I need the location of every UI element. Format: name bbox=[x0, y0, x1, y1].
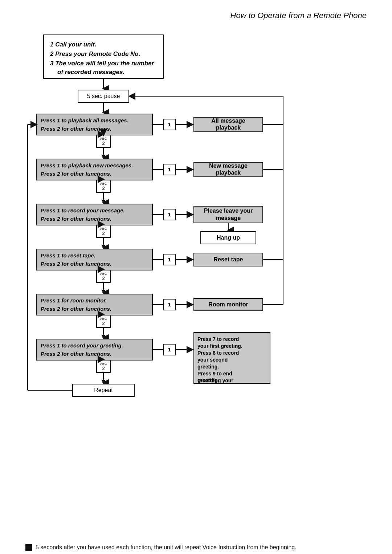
svg-text:playback: playback bbox=[216, 170, 241, 176]
svg-text:Press 7 to record: Press 7 to record bbox=[197, 336, 239, 342]
svg-text:All message: All message bbox=[211, 118, 245, 124]
svg-text:greeting.: greeting. bbox=[197, 364, 219, 370]
svg-text:Press 9 to end: Press 9 to end bbox=[197, 371, 232, 376]
svg-text:Press 8 to record: Press 8 to record bbox=[197, 350, 239, 356]
page-title: How to Operate from a Remote Phone bbox=[15, 11, 367, 20]
svg-text:Press 1 to record your message: Press 1 to record your message. bbox=[41, 207, 125, 213]
svg-text:1: 1 bbox=[168, 211, 171, 217]
svg-text:Press 1 to playback all messag: Press 1 to playback all messages. bbox=[41, 117, 128, 123]
svg-text:2: 2 bbox=[102, 366, 105, 371]
svg-text:1  Call your unit.: 1 Call your unit. bbox=[50, 41, 97, 48]
svg-text:1: 1 bbox=[168, 346, 171, 353]
svg-text:of recorded messages.: of recorded messages. bbox=[57, 69, 124, 76]
note-section: 5 seconds after you have used each funct… bbox=[22, 543, 370, 552]
svg-text:ABC: ABC bbox=[100, 182, 107, 186]
svg-text:Press 1 to reset tape.: Press 1 to reset tape. bbox=[41, 252, 95, 258]
svg-text:Room monitor: Room monitor bbox=[208, 301, 248, 307]
svg-text:Press 2 for other functions.: Press 2 for other functions. bbox=[41, 351, 111, 357]
note-bullet bbox=[25, 544, 32, 551]
svg-text:Press 2 for other functions.: Press 2 for other functions. bbox=[41, 171, 111, 177]
svg-text:Hang up: Hang up bbox=[217, 235, 240, 241]
svg-text:ABC: ABC bbox=[100, 227, 107, 231]
svg-text:your second: your second bbox=[197, 357, 228, 363]
svg-text:Press 2 for other functions.: Press 2 for other functions. bbox=[41, 306, 111, 312]
svg-text:1: 1 bbox=[168, 256, 171, 262]
svg-text:2  Press your Remote Code No.: 2 Press your Remote Code No. bbox=[50, 50, 140, 57]
svg-text:Press 1 for room monitor.: Press 1 for room monitor. bbox=[41, 297, 107, 304]
svg-text:ABC: ABC bbox=[100, 272, 107, 276]
svg-text:greeting.: greeting. bbox=[197, 377, 219, 383]
svg-text:2: 2 bbox=[102, 186, 105, 191]
svg-text:2: 2 bbox=[102, 321, 105, 326]
svg-text:2: 2 bbox=[102, 231, 105, 236]
svg-text:2: 2 bbox=[102, 140, 105, 146]
svg-marker-120 bbox=[130, 94, 133, 98]
svg-text:Repeat: Repeat bbox=[94, 387, 113, 393]
svg-text:ABC: ABC bbox=[100, 137, 107, 140]
svg-text:2: 2 bbox=[102, 276, 105, 281]
svg-text:ABC: ABC bbox=[100, 317, 107, 321]
svg-text:1: 1 bbox=[168, 301, 171, 307]
svg-text:3  The voice will tell you the: 3 The voice will tell you the number bbox=[50, 60, 155, 67]
svg-text:Press 1 to record your greetin: Press 1 to record your greeting. bbox=[41, 342, 123, 349]
svg-text:message: message bbox=[216, 215, 241, 221]
svg-text:Press 2 for other functions.: Press 2 for other functions. bbox=[41, 261, 111, 267]
svg-text:Please leave your: Please leave your bbox=[204, 208, 253, 214]
svg-text:5 sec. pause: 5 sec. pause bbox=[87, 93, 120, 99]
svg-text:Press 1 to playback new messag: Press 1 to playback new messages. bbox=[41, 162, 133, 168]
svg-text:playback: playback bbox=[216, 125, 241, 131]
note-text: 5 seconds after you have used each funct… bbox=[36, 543, 297, 552]
svg-text:1: 1 bbox=[168, 166, 171, 172]
svg-text:Press 2 for other functions.: Press 2 for other functions. bbox=[41, 216, 111, 222]
svg-text:your first greeting.: your first greeting. bbox=[197, 343, 242, 349]
svg-text:Press 2 for other functions.: Press 2 for other functions. bbox=[41, 126, 111, 132]
svg-text:New message: New message bbox=[209, 163, 248, 169]
svg-text:ABC: ABC bbox=[100, 362, 107, 366]
svg-text:1: 1 bbox=[168, 121, 171, 127]
svg-text:Reset tape: Reset tape bbox=[214, 256, 243, 262]
